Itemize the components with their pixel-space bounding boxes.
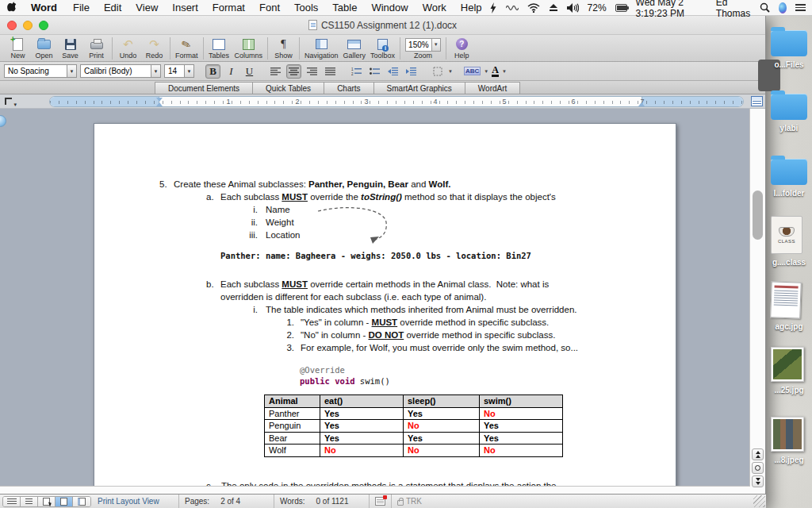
underline-button[interactable]: U	[242, 64, 257, 79]
desktop-icon-folder[interactable]	[771, 30, 807, 56]
notebook-layout-button[interactable]	[73, 497, 90, 506]
first-line-indent-marker[interactable]	[156, 98, 163, 102]
menu-item-window[interactable]: Window	[364, 2, 415, 13]
pages-indicator[interactable]: Pages:2 of 4	[185, 497, 268, 506]
menu-item-file[interactable]: File	[66, 2, 97, 13]
tables-button[interactable]: Tables	[206, 37, 232, 60]
spelling-status-icon[interactable]	[375, 497, 385, 506]
bold-button[interactable]: B	[205, 64, 220, 79]
ribbon-tab-charts[interactable]: Charts	[324, 82, 373, 94]
zoom-window-button[interactable]	[39, 21, 48, 30]
siri-icon[interactable]	[779, 2, 787, 13]
columns-button[interactable]: Columns	[232, 37, 266, 60]
select-browse-object-button[interactable]	[752, 462, 764, 474]
justify-button[interactable]	[323, 64, 338, 79]
style-select[interactable]: No Spacing▼	[4, 64, 77, 78]
desktop-icon-folder[interactable]	[771, 94, 807, 120]
font-select[interactable]: Calibri (Body)▼	[80, 64, 161, 78]
publishing-layout-button[interactable]	[38, 497, 56, 506]
bullet-list-button[interactable]	[367, 64, 382, 79]
signal-wave-icon[interactable]	[506, 3, 519, 13]
format-button[interactable]: ✎Format	[173, 37, 201, 60]
desktop-icon-folder[interactable]	[771, 159, 807, 185]
volume-icon[interactable]	[567, 3, 579, 13]
apple-menu-icon[interactable]	[0, 2, 24, 13]
spotlight-search-icon[interactable]	[760, 2, 770, 13]
document-page[interactable]: 5.Create these Animal subclasses: Panthe…	[94, 123, 676, 486]
menubar-user[interactable]: Ed Thomas	[716, 0, 751, 19]
align-left-button[interactable]	[268, 64, 283, 79]
desktop-icon-label[interactable]: g....class	[766, 258, 812, 267]
previous-page-button[interactable]	[752, 448, 764, 460]
desktop-icon-imgdoc[interactable]	[771, 282, 801, 318]
menu-item-insert[interactable]: Insert	[165, 2, 205, 13]
navigation-button[interactable]: Navigation	[302, 37, 341, 60]
redo-button[interactable]: ↷Redo	[141, 37, 167, 60]
close-button[interactable]	[7, 21, 17, 30]
desktop-icon-label[interactable]: l...folder	[766, 189, 812, 198]
numbered-list-button[interactable]: 12	[349, 64, 364, 79]
desktop-icon-label[interactable]: ...25.jpg	[766, 386, 812, 394]
desktop-icon-label[interactable]: agc.jpg	[766, 322, 812, 331]
resize-grip[interactable]	[753, 495, 765, 507]
highlight-dropdown-arrow[interactable]: ▼	[484, 69, 488, 74]
decrease-indent-button[interactable]	[385, 64, 400, 79]
hanging-indent-marker[interactable]	[156, 102, 163, 106]
notification-center-icon[interactable]	[795, 2, 806, 13]
open-button[interactable]: Open	[31, 37, 57, 60]
titlebar[interactable]: CS1150 Assignment 12 (1).docx	[0, 16, 765, 35]
split-view-button[interactable]	[751, 96, 763, 106]
minimize-button[interactable]	[23, 21, 33, 30]
show-button[interactable]: ¶Show	[270, 37, 297, 60]
tab-stop-selector[interactable]	[3, 96, 15, 106]
font-size-select[interactable]: 14▼	[164, 64, 194, 78]
document-area[interactable]: 5.Create these Animal subclasses: Panthe…	[0, 109, 750, 486]
vertical-scrollbar[interactable]	[749, 109, 765, 494]
menubar-clock[interactable]: Wed May 2 3:19:23 PM	[636, 0, 707, 19]
zoom-button[interactable]: 150%▼Zoom	[403, 37, 443, 60]
outline-view-button[interactable]	[21, 497, 38, 506]
print-layout-button[interactable]	[56, 497, 73, 506]
align-center-button[interactable]	[286, 64, 301, 79]
track-changes-indicator[interactable]: TRK	[397, 497, 422, 506]
undo-button[interactable]: ↶Undo	[115, 37, 141, 60]
desktop-icon-label[interactable]: ylabi	[766, 124, 812, 133]
italic-button[interactable]: I	[224, 64, 239, 79]
print-button[interactable]: Print	[83, 37, 109, 60]
font-color-dropdown-arrow[interactable]: ▼	[502, 69, 507, 74]
menu-item-work[interactable]: Work	[416, 2, 454, 13]
menu-item-view[interactable]: View	[128, 2, 165, 13]
ribbon-tab-document-elements[interactable]: Document Elements	[155, 82, 253, 94]
align-right-button[interactable]	[304, 64, 320, 79]
borders-dropdown-arrow[interactable]: ▼	[448, 69, 453, 74]
draft-view-button[interactable]	[3, 497, 21, 506]
menu-item-word[interactable]: Word	[24, 2, 66, 13]
bolt-icon[interactable]	[489, 2, 497, 13]
menu-item-edit[interactable]: Edit	[97, 2, 128, 13]
next-page-button[interactable]	[752, 475, 764, 487]
save-button[interactable]: Save	[57, 37, 83, 60]
ribbon-tab-smartart-graphics[interactable]: SmartArt Graphics	[373, 82, 465, 94]
horizontal-scrollbar[interactable]	[0, 486, 750, 494]
right-indent-marker[interactable]	[638, 102, 645, 106]
desktop-icon-photo1[interactable]	[771, 347, 804, 382]
eject-icon[interactable]	[549, 3, 558, 12]
new-button[interactable]: New	[5, 37, 31, 60]
borders-button[interactable]	[430, 64, 445, 79]
desktop-icon-label[interactable]: ...8.jpeg	[766, 456, 812, 464]
toolbox-button[interactable]: Toolbox	[368, 37, 397, 60]
help-button[interactable]: ?Help	[449, 37, 475, 60]
menu-item-table[interactable]: Table	[325, 2, 364, 13]
desktop-icon-label[interactable]: o...Files	[766, 60, 812, 69]
view-mode-label[interactable]: Print Layout View	[98, 497, 173, 506]
ribbon-tab-quick-tables[interactable]: Quick Tables	[252, 82, 324, 94]
desktop-icon-photo2[interactable]	[771, 417, 804, 452]
font-color-button[interactable]: A	[492, 66, 499, 77]
desktop-icon-class[interactable]: CLASS	[771, 216, 802, 254]
ribbon-tab-wordart[interactable]: WordArt	[465, 82, 521, 94]
menu-item-format[interactable]: Format	[205, 2, 252, 13]
words-indicator[interactable]: Words:0 of 1121	[280, 497, 363, 506]
gallery-button[interactable]: Gallery	[341, 37, 369, 60]
menu-item-tools[interactable]: Tools	[287, 2, 325, 13]
increase-indent-button[interactable]	[404, 64, 419, 79]
